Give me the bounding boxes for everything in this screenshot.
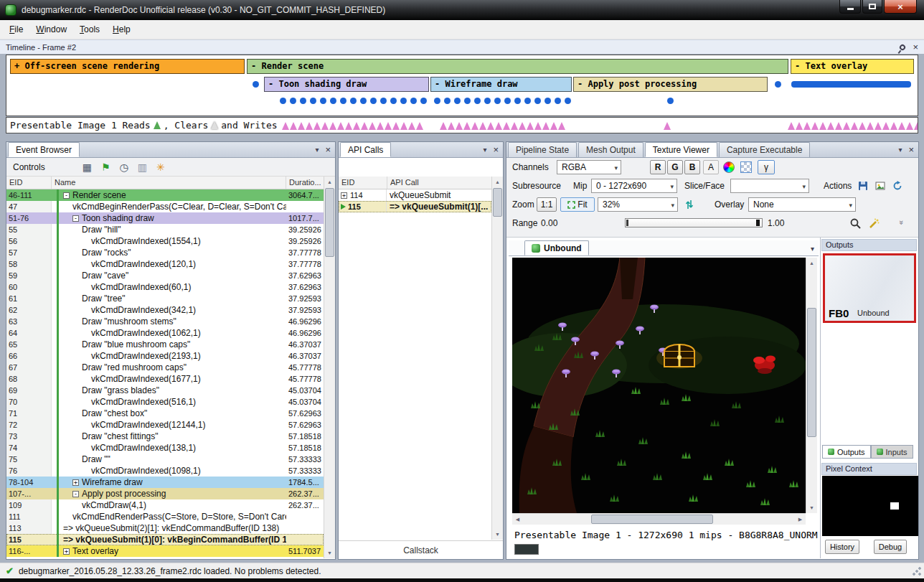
event-row[interactable]: 67Draw "red mushroom caps"45.77778: [6, 362, 324, 373]
event-row[interactable]: 71Draw "chest box"57.62963: [6, 408, 324, 419]
event-row[interactable]: 68vkCmdDrawIndexed(1677,1)45.77778: [6, 373, 324, 385]
draw-event-dot[interactable]: [330, 98, 336, 104]
history-button[interactable]: History: [825, 540, 859, 554]
flip-y-button[interactable]: [682, 198, 697, 211]
event-row[interactable]: 65Draw "blue mushroom caps"46.37037: [6, 339, 324, 350]
maximize-button[interactable]: [862, 0, 882, 14]
save-button[interactable]: [856, 179, 870, 192]
autofit-range-button[interactable]: [867, 217, 881, 230]
side-tab-inputs[interactable]: Inputs: [871, 445, 913, 459]
checkerboard-icon[interactable]: [740, 161, 752, 173]
gamma-button[interactable]: γ: [758, 160, 775, 174]
timeline-icon[interactable]: ▦: [82, 162, 92, 172]
draw-event-dot[interactable]: [300, 98, 306, 104]
timeline-event-strip[interactable]: [791, 81, 911, 88]
scroll-up-icon[interactable]: ▲: [806, 258, 817, 268]
draw-event-dot[interactable]: [667, 98, 674, 104]
texture-canvas[interactable]: [512, 258, 806, 513]
panel-close-icon[interactable]: ×: [325, 145, 331, 154]
event-row[interactable]: 46-111-Render scene3064.7...: [6, 189, 324, 201]
event-row[interactable]: 51-76-Toon shading draw1017.7...: [6, 212, 324, 224]
draw-event-dot[interactable]: [775, 81, 781, 88]
draw-event-dot[interactable]: [504, 98, 511, 104]
tab-capture-executable[interactable]: Capture Executable: [719, 142, 810, 157]
timeline-bar-wireframe[interactable]: - Wireframe draw: [430, 77, 572, 92]
tab-api-calls[interactable]: API Calls: [340, 142, 391, 157]
event-row[interactable]: 62vkCmdDrawIndexed(342,1)37.92593: [6, 304, 324, 316]
side-tab-outputs[interactable]: Outputs: [822, 445, 871, 459]
tab-mesh-output[interactable]: Mesh Output: [578, 142, 644, 157]
event-row[interactable]: 59Draw "cave"37.62963: [6, 270, 324, 281]
draw-event-dot[interactable]: [320, 98, 326, 104]
refresh-button[interactable]: [890, 179, 905, 192]
event-row[interactable]: 78-104+Wireframe draw1784.5...: [6, 477, 324, 488]
event-row[interactable]: 58vkCmdDrawIndexed(120,1)37.77778: [6, 258, 324, 270]
event-browser-scrollbar[interactable]: ▲ ▼: [324, 177, 335, 558]
toolbar-overflow-icon[interactable]: »: [897, 220, 906, 225]
timeline-canvas[interactable]: + Off-screen scene rendering - Render sc…: [6, 55, 918, 116]
overlay-select[interactable]: None: [748, 197, 856, 212]
export-image-button[interactable]: [873, 179, 887, 192]
scroll-down-icon[interactable]: ▼: [492, 529, 503, 540]
scroll-thumb[interactable]: [807, 308, 816, 437]
draw-event-dot[interactable]: [434, 98, 440, 104]
draw-event-dot[interactable]: [454, 98, 461, 104]
pin-icon[interactable]: [899, 43, 907, 51]
stats-icon[interactable]: ▥: [138, 162, 147, 172]
api-calls-scrollbar[interactable]: ▲ ▼: [491, 177, 503, 540]
channel-r-button[interactable]: R: [650, 160, 666, 174]
draw-event-dot[interactable]: [524, 98, 531, 104]
event-row[interactable]: 66vkCmdDrawIndexed(2193,1)46.37037: [6, 350, 324, 362]
event-row[interactable]: 72vkCmdDrawIndexed(12144,1)57.62963: [6, 419, 324, 431]
draw-event-dot[interactable]: [565, 98, 571, 104]
event-row[interactable]: 55Draw "hill"39.25926: [6, 224, 324, 235]
draw-event-dot[interactable]: [390, 98, 397, 104]
event-row[interactable]: 111vkCmdEndRenderPass(C=Store, D=Store, …: [6, 511, 324, 522]
titlebar[interactable]: debugmarker.rdc - RenderDoc Unofficial r…: [0, 0, 924, 20]
event-row[interactable]: 70vkCmdDrawIndexed(516,1)45.03704: [6, 396, 324, 408]
menu-window[interactable]: Window: [29, 21, 73, 38]
draw-event-dot[interactable]: [280, 98, 286, 104]
event-row[interactable]: 74vkCmdDrawIndexed(138,1)57.18518: [6, 442, 324, 454]
event-row[interactable]: 115=> vkQueueSubmit(1)[0]: vkBeginComman…: [6, 534, 324, 545]
timeline-bar-post-processing[interactable]: - Apply post processing: [573, 77, 768, 92]
scroll-down-icon[interactable]: ▼: [324, 548, 335, 558]
tree-expander-icon[interactable]: -: [72, 215, 79, 222]
scroll-up-icon[interactable]: ▲: [324, 177, 335, 187]
tab-pipeline-state[interactable]: Pipeline State: [508, 142, 577, 157]
draw-event-dot[interactable]: [400, 98, 407, 104]
mip-select[interactable]: 0 - 1272x690: [591, 179, 677, 193]
event-row[interactable]: 107-...-Apply post processing262.37...: [6, 488, 324, 499]
timeline-bar-offscreen[interactable]: + Off-screen scene rendering: [10, 59, 245, 74]
fb0-thumbnail[interactable]: FB0 Unbound: [823, 253, 916, 323]
zoom-select[interactable]: 32%: [598, 197, 678, 212]
chevron-down-icon[interactable]: ▾: [483, 146, 486, 154]
range-max-handle[interactable]: [756, 220, 760, 226]
slice-face-select[interactable]: [730, 179, 809, 193]
event-row[interactable]: 109vkCmdDraw(4,1)262.37...: [6, 499, 324, 511]
color-wheel-icon[interactable]: [723, 161, 735, 173]
api-call-row[interactable]: +114vkQueueSubmit: [339, 189, 491, 201]
draw-event-dot[interactable]: [444, 98, 451, 104]
scroll-thumb[interactable]: [493, 188, 502, 217]
timeline-bar-toon-shading[interactable]: - Toon shading draw: [264, 77, 429, 92]
tree-expander-icon[interactable]: -: [63, 192, 70, 199]
scroll-right-icon[interactable]: ▶: [795, 514, 806, 525]
draw-event-dot[interactable]: [340, 98, 346, 104]
chevron-down-icon[interactable]: ▾: [898, 146, 902, 154]
timeline-bar-render-scene[interactable]: - Render scene: [247, 59, 788, 74]
draw-event-dot[interactable]: [464, 98, 471, 104]
draw-event-dot[interactable]: [555, 98, 561, 104]
event-row[interactable]: 63Draw "mushroom stems"46.96296: [6, 316, 324, 327]
zoom-range-button[interactable]: [848, 217, 862, 230]
minimize-button[interactable]: [839, 0, 861, 14]
channels-select[interactable]: RGBA: [557, 160, 621, 174]
event-row[interactable]: 113=> vkQueueSubmit(2)[1]: vkEndCommandB…: [6, 522, 324, 534]
options-icon[interactable]: ✳: [156, 162, 165, 172]
draw-event-dot[interactable]: [310, 98, 316, 104]
draw-event-dot[interactable]: [484, 98, 491, 104]
draw-event-dot[interactable]: [360, 98, 367, 104]
tab-unbound-texture[interactable]: Unbound: [524, 240, 589, 255]
timeline-close-icon[interactable]: ×: [913, 42, 918, 52]
channel-a-button[interactable]: A: [703, 160, 719, 174]
